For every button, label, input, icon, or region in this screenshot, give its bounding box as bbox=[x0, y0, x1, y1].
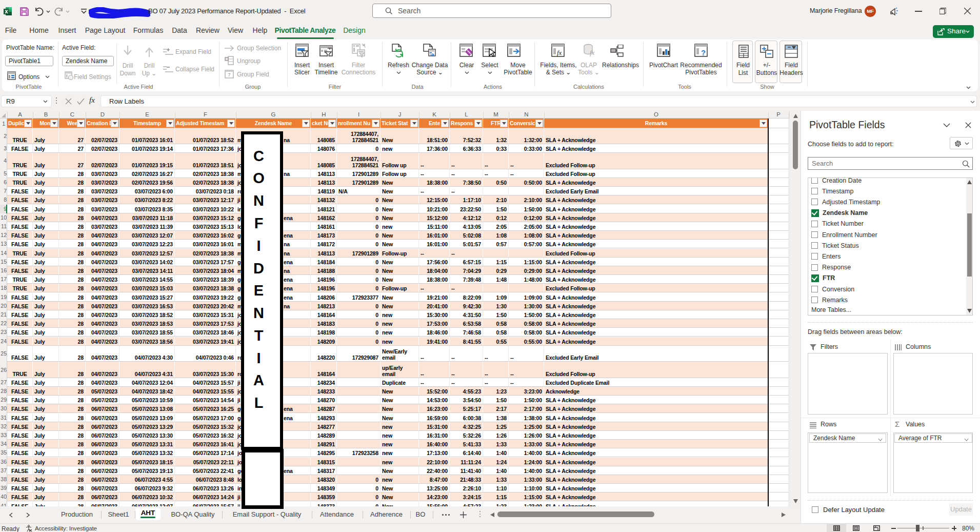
svg-text:fx: fx bbox=[557, 49, 562, 56]
svg-text:fx: fx bbox=[590, 49, 595, 56]
svg-text:7: 7 bbox=[228, 72, 230, 77]
svg-text:?: ? bbox=[701, 48, 706, 57]
